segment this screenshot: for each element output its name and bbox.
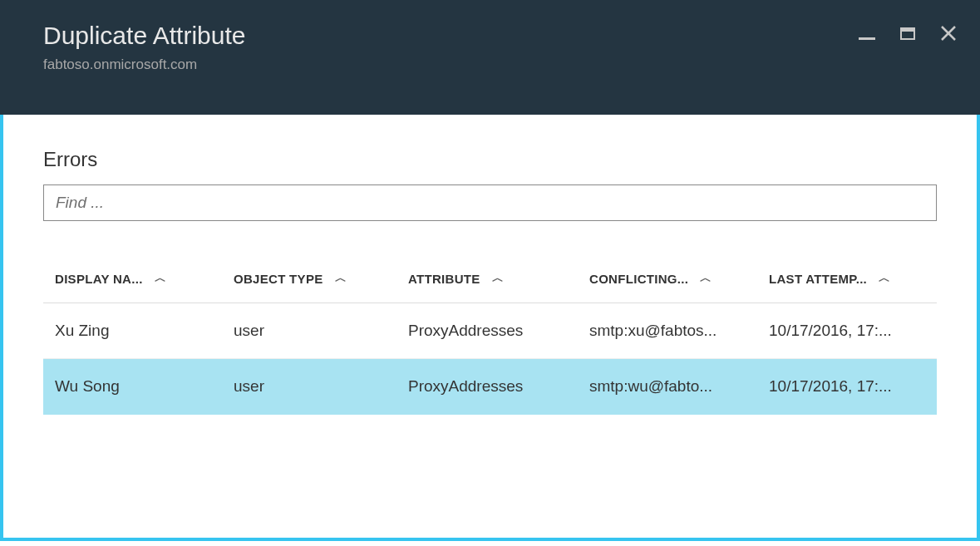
cell-attribute: ProxyAddresses [408,322,589,340]
column-header-text: DISPLAY NA... [55,272,143,286]
column-header-display-name[interactable]: DISPLAY NA... ︿ [55,271,234,286]
close-icon [940,25,957,42]
column-header-text: LAST ATTEMP... [769,272,867,286]
section-title: Errors [43,148,937,171]
close-button[interactable] [940,25,957,42]
minimize-button[interactable] [859,27,875,40]
cell-conflicting: smtp:xu@fabtos... [589,322,769,340]
window-top-border [0,0,980,7]
table-row[interactable]: Wu Song user ProxyAddresses smtp:wu@fabt… [43,359,937,415]
cell-display-name: Wu Song [55,377,234,396]
header: Duplicate Attribute fabtoso.onmicrosoft.… [0,7,980,115]
cell-last-attempt: 10/17/2016, 17:... [769,377,937,396]
cell-last-attempt: 10/17/2016, 17:... [769,322,937,340]
search-input[interactable] [43,184,937,221]
errors-table: DISPLAY NA... ︿ OBJECT TYPE ︿ ATTRIBUTE … [43,271,937,415]
column-header-text: OBJECT TYPE [234,272,323,286]
column-header-text: CONFLICTING... [589,272,688,286]
chevron-up-icon: ︿ [879,271,890,286]
table-row[interactable]: Xu Zing user ProxyAddresses smtp:xu@fabt… [43,303,937,359]
cell-object-type: user [234,322,408,340]
column-header-conflicting[interactable]: CONFLICTING... ︿ [589,271,769,286]
column-header-last-attempt[interactable]: LAST ATTEMP... ︿ [769,271,937,286]
chevron-up-icon: ︿ [492,271,504,286]
page-subtitle: fabtoso.onmicrosoft.com [43,57,980,73]
chevron-up-icon: ︿ [335,271,347,286]
minimize-icon [859,37,875,40]
maximize-button[interactable] [900,27,915,40]
column-header-text: ATTRIBUTE [408,272,480,286]
content-area: Errors DISPLAY NA... ︿ OBJECT TYPE ︿ ATT… [0,115,980,541]
maximize-icon [900,27,915,40]
table-header: DISPLAY NA... ︿ OBJECT TYPE ︿ ATTRIBUTE … [43,271,937,303]
cell-display-name: Xu Zing [55,322,234,340]
cell-object-type: user [234,377,408,396]
chevron-up-icon: ︿ [155,271,166,286]
page-title: Duplicate Attribute [43,22,980,50]
cell-attribute: ProxyAddresses [408,377,589,396]
column-header-object-type[interactable]: OBJECT TYPE ︿ [234,271,408,286]
chevron-up-icon: ︿ [700,271,712,286]
cell-conflicting: smtp:wu@fabto... [589,377,769,396]
window-controls [859,25,957,42]
column-header-attribute[interactable]: ATTRIBUTE ︿ [408,271,589,286]
